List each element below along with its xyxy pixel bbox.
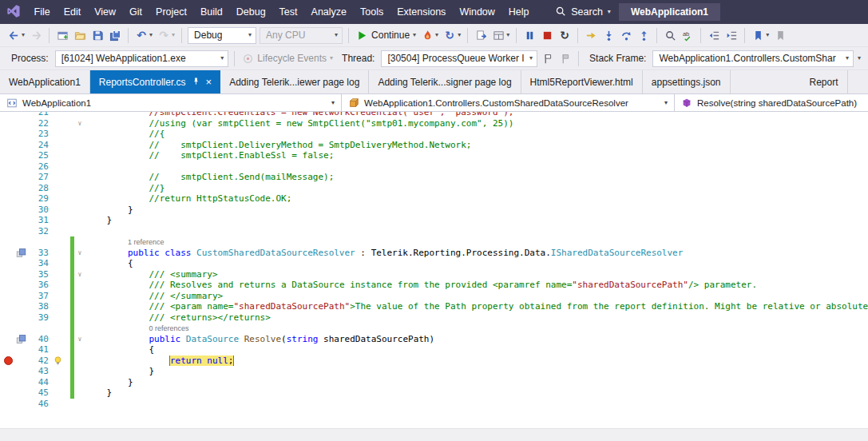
save-all-button[interactable]: [106, 27, 124, 43]
code-text[interactable]: 1 reference: [85, 236, 868, 248]
code-text[interactable]: /// </summary>: [85, 291, 868, 302]
menu-extensions[interactable]: Extensions: [390, 0, 453, 24]
undo-button[interactable]: ↶▾: [133, 27, 155, 43]
breakpoint-margin[interactable]: [0, 301, 16, 312]
show-flagged-threads-button[interactable]: [557, 50, 574, 66]
close-icon[interactable]: ×: [206, 77, 212, 87]
break-all-button[interactable]: [521, 27, 538, 43]
breakpoint-icon[interactable]: [4, 356, 13, 365]
breakpoint-margin[interactable]: [0, 377, 16, 388]
menu-debug[interactable]: Debug: [229, 0, 272, 24]
code-line[interactable]: 32: [0, 226, 868, 237]
code-text[interactable]: /// <returns></returns>: [85, 312, 868, 324]
menu-project[interactable]: Project: [149, 0, 194, 24]
save-button[interactable]: [89, 27, 106, 43]
code-text[interactable]: 0 references: [85, 323, 868, 334]
code-text[interactable]: //return HttpStatusCode.OK;: [85, 193, 868, 205]
breakpoint-margin[interactable]: [0, 399, 16, 410]
hot-reload-button[interactable]: ▾: [418, 27, 441, 43]
code-line[interactable]: 39/// <returns></returns>: [0, 312, 868, 324]
tab-report[interactable]: Report: [801, 70, 848, 93]
breakpoint-margin[interactable]: [0, 344, 16, 356]
code-text[interactable]: //smtpClient.Credentials = new NetworkCr…: [85, 112, 868, 118]
breakpoint-margin[interactable]: [0, 258, 16, 269]
code-text[interactable]: /// <summary>: [85, 269, 868, 280]
codelens-row[interactable]: 1 reference: [0, 236, 868, 248]
code-text[interactable]: public class CustomSharedDataSourceResol…: [85, 248, 868, 259]
code-line[interactable]: 42return null;: [0, 356, 868, 367]
indent-increase-button[interactable]: [723, 27, 740, 43]
thread-dropdown[interactable]: [30504] ProcessQueue Worker ID 2 ▾: [381, 50, 537, 67]
breakpoint-margin[interactable]: [0, 312, 16, 324]
code-text[interactable]: //}: [85, 183, 868, 194]
code-line[interactable]: 30}: [0, 205, 868, 216]
code-line[interactable]: 45}: [0, 387, 868, 399]
code-line[interactable]: 29//return HttpStatusCode.OK;: [0, 193, 868, 205]
code-line[interactable]: 34{: [0, 258, 868, 269]
menu-git[interactable]: Git: [123, 0, 149, 24]
code-text[interactable]: // smtpClient.EnableSsl = false;: [85, 150, 868, 161]
breakpoint-margin[interactable]: [0, 172, 16, 183]
code-text[interactable]: {: [85, 344, 868, 356]
breakpoint-margin[interactable]: [0, 236, 16, 248]
code-line[interactable]: 40∨public DataSource Resolve(string shar…: [0, 334, 868, 345]
continue-button[interactable]: Continue▾: [353, 27, 418, 43]
bookmarks-window-button[interactable]: [771, 27, 789, 43]
type-dropdown[interactable]: WebApplication1.Controllers.CustomShared…: [342, 94, 675, 111]
horizontal-scrollbar[interactable]: [0, 428, 868, 441]
code-text[interactable]: [85, 161, 868, 173]
code-text[interactable]: }: [85, 387, 868, 399]
tab-html5reportviewer-html[interactable]: Html5ReportViewer.html: [521, 70, 643, 93]
code-text[interactable]: //using (var smtpClient = new SmtpClient…: [85, 118, 868, 129]
breakpoint-margin[interactable]: [0, 161, 16, 173]
breakpoint-margin[interactable]: [0, 323, 16, 334]
menu-window[interactable]: Window: [453, 0, 501, 24]
spell-check-button[interactable]: ab: [679, 27, 696, 43]
tab-appsettings-json[interactable]: appsettings.json: [643, 70, 731, 93]
menu-test[interactable]: Test: [272, 0, 304, 24]
lightbulb-icon[interactable]: [53, 356, 70, 367]
code-text[interactable]: /// Resolves and returns a DataSource in…: [85, 280, 868, 291]
code-text[interactable]: /// <param name="sharedDataSourcePath">T…: [85, 301, 868, 312]
code-line[interactable]: 44}: [0, 377, 868, 388]
code-text[interactable]: return null;: [85, 356, 868, 367]
breakpoint-margin[interactable]: [0, 129, 16, 140]
flag-thread-button[interactable]: [539, 50, 557, 66]
menu-help[interactable]: Help: [501, 0, 536, 24]
breakpoint-margin[interactable]: [0, 150, 16, 161]
breakpoint-margin[interactable]: [0, 387, 16, 399]
show-next-statement-button[interactable]: [582, 27, 600, 43]
code-line[interactable]: 38/// <param name="sharedDataSourcePath"…: [0, 301, 868, 312]
code-line[interactable]: 31}: [0, 215, 868, 226]
breakpoint-margin[interactable]: [0, 356, 16, 367]
solution-platforms-dropdown[interactable]: Any CPU▾: [260, 27, 343, 44]
search-box[interactable]: Search ▾: [547, 0, 619, 24]
code-line[interactable]: 27// smtpClient.Send(mailMessage);: [0, 172, 868, 183]
menu-view[interactable]: View: [88, 0, 123, 24]
breakpoint-margin[interactable]: [0, 118, 16, 129]
solution-configurations-dropdown[interactable]: Debug▾: [188, 27, 256, 44]
code-text[interactable]: }: [85, 215, 868, 226]
menu-build[interactable]: Build: [193, 0, 229, 24]
code-line[interactable]: 26: [0, 161, 868, 173]
breakpoint-margin[interactable]: [0, 226, 16, 237]
collapse-chevron-icon[interactable]: ∨: [74, 118, 85, 129]
code-line[interactable]: 21//smtpClient.Credentials = new Network…: [0, 112, 868, 118]
process-dropdown[interactable]: [61024] WebApplication1.exe ▾: [55, 50, 229, 67]
code-text[interactable]: }: [85, 377, 868, 388]
restart-debugging-button[interactable]: ↻: [556, 27, 573, 43]
code-line[interactable]: 25// smtpClient.EnableSsl = false;: [0, 150, 868, 161]
breakpoint-margin[interactable]: [0, 205, 16, 216]
code-line[interactable]: 33∨public class CustomSharedDataSourceRe…: [0, 248, 868, 259]
breakpoint-margin[interactable]: [0, 112, 16, 118]
menu-edit[interactable]: Edit: [57, 0, 88, 24]
code-line[interactable]: 36/// Resolves and returns a DataSource …: [0, 280, 868, 291]
restart-application-button[interactable]: ↻▾: [441, 27, 463, 43]
window-layout-button[interactable]: ▾: [489, 27, 512, 43]
toolbar-options-button[interactable]: ▾: [855, 54, 863, 63]
collapse-chevron-icon[interactable]: ∨: [74, 334, 85, 345]
code-line[interactable]: 41{: [0, 344, 868, 356]
step-over-button[interactable]: [617, 27, 635, 43]
apply-code-changes-button[interactable]: [472, 27, 489, 43]
breakpoint-margin[interactable]: [0, 366, 16, 377]
